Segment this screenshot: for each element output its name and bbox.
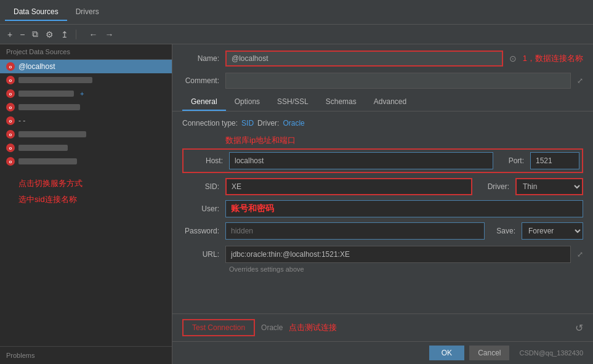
save-select[interactable]: Forever Session Never	[522, 222, 583, 240]
url-label: URL:	[182, 250, 219, 259]
driver-inline-label: Driver:	[257, 119, 279, 127]
ds-icon: o	[6, 62, 15, 71]
clear-icon[interactable]: ⊙	[509, 54, 517, 63]
ds-label-blur	[18, 77, 92, 83]
settings-button[interactable]: ⚙	[43, 28, 56, 41]
ds-icon: o	[6, 144, 15, 152]
conn-type-row: Connection type: SID Driver: Oracle	[182, 119, 583, 127]
port-input[interactable]	[530, 152, 579, 169]
oracle-text: Oracle	[261, 323, 283, 332]
separator	[76, 30, 76, 39]
ds-label-blur	[18, 104, 80, 110]
ds-icon: o	[6, 89, 15, 98]
import-button[interactable]: ↥	[58, 28, 71, 41]
save-label: Save:	[491, 227, 515, 235]
datasource-list: o @localhost o o + o o	[0, 60, 172, 346]
ds-label-blur	[18, 131, 86, 137]
list-item[interactable]: o @localhost	[0, 60, 172, 73]
port-label: Port:	[499, 156, 524, 165]
comment-input[interactable]	[225, 73, 571, 89]
add-button[interactable]: +	[5, 28, 15, 41]
comment-label: Comment:	[182, 76, 219, 85]
ds-label: - -	[18, 116, 25, 125]
driver-field-label: Driver:	[478, 182, 509, 191]
list-item[interactable]: o	[0, 100, 172, 114]
tab-schemas[interactable]: Schemas	[317, 94, 365, 111]
expand-comment-button[interactable]: ⤢	[577, 76, 583, 85]
cancel-button[interactable]: Cancel	[469, 346, 509, 360]
tab-general[interactable]: General	[182, 94, 226, 111]
list-item[interactable]: o	[0, 127, 172, 141]
ds-icon: o	[6, 103, 15, 111]
forward-button[interactable]: →	[102, 28, 116, 41]
back-button[interactable]: ←	[86, 28, 100, 41]
tab-options[interactable]: Options	[226, 94, 268, 111]
conn-type-label: Connection type:	[182, 119, 238, 127]
name-input[interactable]	[225, 51, 503, 67]
tab-drivers[interactable]: Drivers	[67, 4, 108, 21]
problems-section: Problems	[0, 346, 172, 364]
watermark-text: CSDN@qq_1382430	[519, 349, 583, 357]
annotation-switch-service: 点击切换服务方式	[18, 178, 166, 189]
sid-label: SID:	[182, 182, 219, 191]
name-label: Name:	[182, 54, 219, 63]
ds-label-blur	[18, 145, 68, 151]
ds-label-blur	[18, 158, 77, 164]
copy-button[interactable]: ⧉	[30, 28, 41, 41]
password-label: Password:	[182, 227, 219, 235]
ds-label-blur	[18, 91, 74, 97]
project-data-sources-title: Project Data Sources	[0, 44, 172, 60]
annotation-sid: 选中sid连接名称	[18, 194, 166, 205]
url-expand-button[interactable]: ⤢	[577, 250, 583, 259]
remove-button[interactable]: −	[17, 28, 27, 41]
url-input[interactable]	[225, 246, 571, 263]
ds-label: @localhost	[18, 62, 55, 71]
list-item[interactable]: o - -	[0, 114, 172, 127]
undo-button[interactable]: ↺	[575, 322, 583, 334]
ds-icon: o	[6, 116, 15, 125]
test-connection-button[interactable]: Test Connection	[182, 319, 255, 336]
ok-button[interactable]: OK	[429, 346, 464, 360]
ds-icon: o	[6, 130, 15, 139]
list-item[interactable]: o +	[0, 87, 172, 100]
ds-icon: o	[6, 157, 15, 166]
annotation-account: 账号和密码	[231, 203, 274, 214]
tab-data-sources[interactable]: Data Sources	[5, 4, 67, 21]
conn-type-link[interactable]: SID	[241, 119, 254, 127]
annotation-ip-port: 数据库ip地址和端口	[225, 135, 583, 146]
overrides-text: Overrides settings above	[229, 265, 583, 273]
list-item[interactable]: o	[0, 73, 172, 87]
tab-ssh-ssl[interactable]: SSH/SSL	[268, 94, 317, 111]
ds-icon: o	[6, 76, 15, 84]
form-tabs: General Options SSH/SSL Schemas Advanced	[172, 94, 593, 111]
user-label: User:	[182, 204, 219, 213]
list-item[interactable]: o	[0, 141, 172, 155]
host-label: Host:	[186, 156, 223, 165]
annotation-test: 点击测试连接	[289, 322, 337, 333]
driver-select[interactable]: Thin OCI KPRB	[515, 178, 583, 195]
tab-advanced[interactable]: Advanced	[365, 94, 415, 111]
password-input[interactable]	[225, 222, 485, 240]
sid-input[interactable]	[225, 178, 472, 195]
annotation-name: 1，数据连接名称	[523, 53, 583, 64]
list-item[interactable]: o	[0, 155, 172, 168]
host-input[interactable]	[229, 152, 493, 169]
driver-inline-link[interactable]: Oracle	[283, 119, 304, 127]
